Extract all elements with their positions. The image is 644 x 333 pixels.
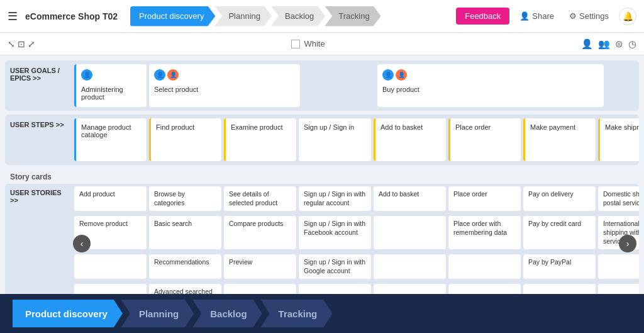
step-examine[interactable]: Examine product bbox=[224, 118, 296, 161]
epics-cells: 👤 Administering product 👤 👤 Select produ… bbox=[74, 60, 639, 111]
nav-tabs: Product discovery Planning Backlog Track… bbox=[130, 6, 451, 26]
epic-spacer bbox=[303, 64, 375, 107]
story-r4c1[interactable] bbox=[74, 284, 147, 294]
toolbar-zoom-icons: ⤡ ⊡ ⤢ bbox=[8, 39, 35, 49]
stories-cells-row3: Recommendations Preview Sign up / Sign i… bbox=[74, 252, 639, 281]
story-r2c3[interactable]: Compare products bbox=[224, 216, 296, 249]
epic-buy[interactable]: 👤 👤 Buy product bbox=[377, 64, 604, 107]
story-r1c1[interactable]: Add product bbox=[74, 186, 147, 211]
filter-icon[interactable]: ⊜ bbox=[615, 38, 623, 50]
epics-label: USER GOALS / EPICS >> bbox=[5, 60, 74, 111]
story-r1c4[interactable]: Sign up / Sign in with regular account bbox=[299, 186, 371, 211]
tab-backlog[interactable]: Backlog bbox=[271, 6, 325, 26]
story-r2c4[interactable]: Sign up / Sign in with Facebook account bbox=[299, 216, 371, 249]
story-r1c7[interactable]: Pay on delivery bbox=[523, 186, 596, 211]
story-r2c5[interactable] bbox=[374, 216, 446, 249]
story-r1c5[interactable]: Add to basket bbox=[374, 186, 446, 211]
story-r2c7[interactable]: Pay by credit card bbox=[523, 216, 596, 249]
step-shipment[interactable]: Make shipment bbox=[598, 118, 639, 161]
epic-admin[interactable]: 👤 Administering product bbox=[74, 64, 147, 107]
step-find[interactable]: Find product bbox=[149, 118, 221, 161]
toolbar-right-icons: 👤 👥 ⊜ ◷ bbox=[581, 38, 636, 50]
history-icon[interactable]: ◷ bbox=[628, 38, 636, 50]
story-r4c4[interactable] bbox=[299, 284, 371, 294]
share-button[interactable]: 👤 Share bbox=[514, 9, 559, 23]
story-r2c6[interactable]: Place order with remembering data bbox=[448, 216, 521, 249]
collapse-icon[interactable]: ⤢ bbox=[28, 39, 35, 49]
epic-buy-title: Buy product bbox=[382, 86, 599, 93]
avatar-buy-1: 👤 bbox=[382, 69, 394, 81]
bottom-tab-tracking[interactable]: Tracking bbox=[261, 300, 333, 327]
bottom-tab-backlog[interactable]: Backlog bbox=[192, 300, 262, 327]
stories-section: ‹ USER STORIES >> Add product Browse by … bbox=[5, 184, 639, 294]
menu-icon[interactable]: ☰ bbox=[8, 9, 18, 23]
avatar-select-1: 👤 bbox=[154, 69, 165, 81]
story-r4c8[interactable] bbox=[598, 284, 639, 294]
tab-planning[interactable]: Planning bbox=[214, 6, 272, 26]
stories-row-3: Recommendations Preview Sign up / Sign i… bbox=[5, 252, 639, 281]
epic-select-title: Select product bbox=[154, 86, 295, 93]
story-r1c6[interactable]: Place order bbox=[448, 186, 521, 211]
stories-cells-row1: Add product Browse by categories See det… bbox=[74, 184, 639, 213]
story-r4c6[interactable] bbox=[448, 284, 521, 294]
story-r3c7[interactable]: Pay by PayPal bbox=[523, 254, 596, 279]
stories-cells-row2: Remove product Basic search Compare prod… bbox=[74, 213, 639, 252]
feedback-button[interactable]: Feedback bbox=[456, 8, 509, 25]
step-basket[interactable]: Add to basket bbox=[374, 118, 446, 161]
person-add-icon[interactable]: 👤 bbox=[581, 38, 593, 50]
tab-product-discovery[interactable]: Product discovery bbox=[130, 6, 215, 26]
stories-row-4: Advanced searched bbox=[5, 281, 639, 294]
bottom-tab-planning[interactable]: Planning bbox=[121, 300, 194, 327]
settings-button[interactable]: ⚙ Settings bbox=[564, 9, 614, 23]
group-icon[interactable]: 👥 bbox=[598, 38, 610, 50]
white-toggle[interactable]: White bbox=[291, 39, 325, 48]
fit-icon[interactable]: ⊡ bbox=[18, 39, 25, 49]
epics-section: USER GOALS / EPICS >> 👤 Administering pr… bbox=[5, 60, 639, 111]
scroll-right-button[interactable]: › bbox=[619, 235, 636, 252]
steps-section: USER STEPS >> Manage product cataloge Fi… bbox=[5, 115, 639, 165]
story-cards-header: Story cards bbox=[5, 169, 639, 184]
white-checkbox[interactable] bbox=[291, 40, 300, 48]
story-r1c2[interactable]: Browse by categories bbox=[149, 186, 221, 211]
story-r4c5[interactable] bbox=[374, 284, 446, 294]
grid-area: USER GOALS / EPICS >> 👤 Administering pr… bbox=[0, 55, 644, 294]
step-signup[interactable]: Sign up / Sign in bbox=[299, 118, 371, 161]
story-r3c4[interactable]: Sign up / Sign in with Google account bbox=[299, 254, 371, 279]
main-content: USER GOALS / EPICS >> 👤 Administering pr… bbox=[0, 55, 644, 294]
bottom-tab-product-discovery[interactable]: Product discovery bbox=[13, 300, 123, 327]
story-r3c5[interactable] bbox=[374, 254, 446, 279]
avatar-buy-2: 👤 bbox=[396, 69, 407, 81]
story-r4c7[interactable] bbox=[523, 284, 596, 294]
story-r1c8[interactable]: Domestic shipping postal service bbox=[598, 186, 639, 211]
story-r3c2[interactable]: Recommendations bbox=[149, 254, 221, 279]
story-cards-title: Story cards bbox=[5, 169, 639, 184]
expand-icon[interactable]: ⤡ bbox=[8, 39, 15, 49]
header-actions: Feedback 👤 Share ⚙ Settings 🔔 bbox=[456, 8, 636, 25]
scroll-left-button[interactable]: ‹ bbox=[73, 235, 91, 252]
step-order[interactable]: Place order bbox=[448, 118, 521, 161]
story-r2c2[interactable]: Basic search bbox=[149, 216, 221, 249]
story-r4c2[interactable]: Advanced searched bbox=[149, 284, 221, 294]
bell-icon: 🔔 bbox=[623, 11, 633, 21]
stories-cells-row4: Advanced searched bbox=[74, 281, 639, 294]
notifications-button[interactable]: 🔔 bbox=[619, 8, 636, 25]
story-r3c1[interactable] bbox=[74, 254, 147, 279]
steps-row: USER STEPS >> Manage product cataloge Fi… bbox=[5, 115, 639, 165]
stories-label: USER STORIES >> bbox=[5, 184, 74, 213]
share-icon: 👤 bbox=[519, 11, 530, 21]
story-r4c3[interactable] bbox=[224, 284, 296, 294]
app-title: eCommerce Shop T02 bbox=[25, 11, 118, 21]
tab-tracking[interactable]: Tracking bbox=[325, 6, 380, 26]
story-r1c3[interactable]: See details of selected product bbox=[224, 186, 296, 211]
bottom-nav: Product discovery Planning Backlog Track… bbox=[0, 294, 644, 333]
epic-select[interactable]: 👤 👤 Select product bbox=[149, 64, 300, 107]
story-r3c3[interactable]: Preview bbox=[224, 254, 296, 279]
epic-admin-title: Administering product bbox=[81, 86, 142, 101]
avatar-admin: 👤 bbox=[81, 69, 92, 81]
step-payment[interactable]: Make payment bbox=[523, 118, 596, 161]
steps-cells: Manage product cataloge Find product Exa… bbox=[74, 115, 639, 165]
epics-row: USER GOALS / EPICS >> 👤 Administering pr… bbox=[5, 60, 639, 111]
step-manage[interactable]: Manage product cataloge bbox=[74, 118, 147, 161]
story-r3c6[interactable] bbox=[448, 254, 521, 279]
story-r3c8[interactable] bbox=[598, 254, 639, 279]
